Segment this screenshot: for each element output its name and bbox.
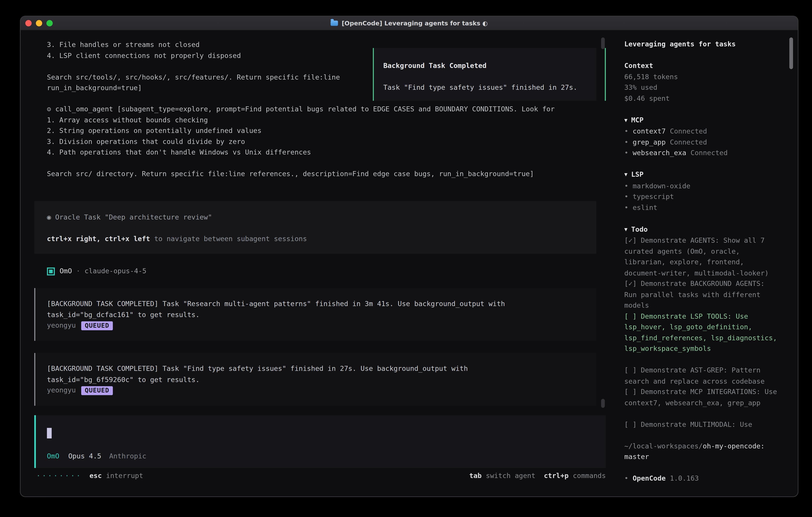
- minimize-button[interactable]: [36, 20, 42, 26]
- app-version: •OpenCode1.0.163: [625, 473, 778, 484]
- lsp-item: •markdown-oxide: [625, 181, 778, 192]
- lsp-item: •typescript: [625, 192, 778, 202]
- message-author: yeongyu: [47, 320, 76, 331]
- oracle-title-line: ◉ Oracle Task "Deep architecture review": [47, 212, 597, 223]
- oracle-hint-keys: ctrl+x right, ctrl+x left: [47, 235, 150, 243]
- message-meta: yeongyu QUEUED: [47, 320, 597, 331]
- workspace-dir: ~/local-workspaces/: [625, 442, 703, 450]
- session-title: Leveraging agents for tasks: [625, 39, 778, 50]
- bullet-icon: •: [625, 474, 629, 482]
- status-badge: QUEUED: [81, 321, 113, 330]
- todo-item: [ ] Demonstrate AST-GREP: Pattern search…: [625, 365, 778, 387]
- agent-name: OmO: [60, 266, 72, 277]
- message-meta: yeongyu QUEUED: [47, 385, 597, 396]
- prompt-input[interactable]: OmO Opus 4.5 Anthropic: [34, 415, 606, 468]
- message-block: [BACKGROUND TASK COMPLETED] Task "Resear…: [34, 288, 597, 341]
- log-line: 4. LSP client connections not properly d…: [47, 50, 384, 61]
- terminal-window: [OpenCode] Leveraging agents for tasks ◐…: [20, 16, 798, 497]
- window-title: [OpenCode] Leveraging agents for tasks ◐: [342, 17, 488, 30]
- status-left: ········ esc interrupt: [36, 471, 143, 482]
- ctrlp-key-label: commands: [573, 471, 606, 482]
- zoom-button[interactable]: [46, 20, 53, 26]
- sidebar-scrollbar-thumb[interactable]: [789, 37, 793, 69]
- window-content: 3. File handles or streams not closed 4.…: [21, 31, 798, 496]
- agent-square-icon: [47, 267, 55, 275]
- todo-item: [✓] Demonstrate BACKGROUND AGENTS: Run p…: [625, 278, 778, 311]
- sidebar: Leveraging agents for tasks Context 66,5…: [616, 31, 798, 496]
- mcp-name: websearch_exa: [633, 149, 686, 157]
- mcp-status: Connected: [691, 149, 728, 157]
- toast-body: Task "Find type safety issues" finished …: [383, 82, 597, 93]
- tool-call-item: 4. Path operations that don't handle Win…: [47, 147, 616, 158]
- mcp-heading[interactable]: ▼MCP: [625, 115, 778, 126]
- workspace-branch: master: [625, 452, 778, 462]
- bullet-icon: •: [625, 127, 629, 135]
- input-agent-name: OmO: [47, 451, 59, 462]
- toast-title: Background Task Completed: [383, 61, 597, 71]
- log-line: run_in_background=true]: [47, 83, 384, 93]
- scrollback-log: 3. File handles or streams not closed 4.…: [47, 39, 384, 93]
- context-used: 33% used: [625, 82, 778, 93]
- text-cursor: [47, 428, 52, 438]
- oracle-hint: ctrl+x right, ctrl+x left to navigate be…: [47, 234, 597, 245]
- message-author: yeongyu: [47, 385, 76, 396]
- message-line: [BACKGROUND TASK COMPLETED] Task "Find t…: [47, 363, 597, 374]
- main-scrollbar-thumb-lower[interactable]: [601, 399, 605, 408]
- lsp-heading[interactable]: ▼LSP: [625, 169, 778, 181]
- folder-icon: [331, 21, 338, 26]
- oracle-hint-rest: to navigate between subagent sessions: [150, 235, 307, 243]
- log-line: 3. File handles or streams not closed: [47, 39, 384, 50]
- log-line: Search src/tools/, src/hooks/, src/featu…: [47, 72, 384, 83]
- workspace-repo: oh-my-opencode:: [703, 442, 765, 450]
- app-name: OpenCode: [633, 474, 666, 482]
- log-line: [47, 61, 384, 72]
- mcp-status: Connected: [670, 138, 707, 146]
- chat-main: 3. File handles or streams not closed 4.…: [21, 31, 611, 496]
- bullet-icon: •: [625, 149, 629, 157]
- tool-call-item: 2. String operations on potentially unde…: [47, 126, 616, 136]
- main-scrollbar-thumb[interactable]: [601, 37, 605, 49]
- mcp-name: grep_app: [633, 138, 666, 146]
- oracle-icon: ◉: [47, 213, 51, 221]
- todo-item: [✓] Demonstrate AGENTS: Show all 7 curat…: [625, 235, 778, 278]
- gear-icon: ⚙: [47, 105, 51, 113]
- workspace-path: ~/local-workspaces/oh-my-opencode:: [625, 441, 778, 452]
- close-button[interactable]: [25, 20, 32, 26]
- todo-item: [ ] Demonstrate LSP TOOLS: Use lsp_hover…: [625, 311, 778, 354]
- esc-key-label: interrupt: [106, 471, 143, 482]
- esc-key-hint: esc: [89, 471, 102, 482]
- input-provider-name: Anthropic: [109, 451, 146, 462]
- tool-call-footer: Search src/ directory. Return specific f…: [47, 169, 616, 180]
- message-line: task_id="bg_dcfac161" to get results.: [47, 309, 597, 320]
- mcp-status: Connected: [670, 127, 707, 135]
- bullet-icon: •: [625, 193, 629, 200]
- lsp-heading-label: LSP: [631, 170, 644, 178]
- tab-key-label: switch agent: [486, 471, 535, 482]
- bullet-icon: •: [625, 138, 629, 146]
- input-meta: OmO Opus 4.5 Anthropic: [47, 451, 606, 462]
- mcp-item: •grep_appConnected: [625, 137, 778, 148]
- tool-call-block: ⚙call_omo_agent [subagent_type=explore, …: [47, 104, 616, 180]
- input-model-name: Opus 4.5: [68, 451, 101, 462]
- message-block: [BACKGROUND TASK COMPLETED] Task "Find t…: [34, 353, 597, 406]
- oracle-task-panel: ◉ Oracle Task "Deep architecture review"…: [34, 201, 597, 254]
- tool-call-item: 1. Array access without bounds checking: [47, 115, 616, 126]
- window-titlebar[interactable]: [OpenCode] Leveraging agents for tasks ◐: [21, 17, 798, 31]
- message-line: [BACKGROUND TASK COMPLETED] Task "Resear…: [47, 299, 597, 309]
- chevron-down-icon: ▼: [625, 171, 628, 177]
- mcp-item: •context7Connected: [625, 126, 778, 137]
- todo-item: [ ] Demonstrate MCP INTEGRATIONS: Use co…: [625, 387, 778, 408]
- tool-call-item: 3. Division operations that could divide…: [47, 136, 616, 147]
- tool-call-command: ⚙call_omo_agent [subagent_type=explore, …: [47, 104, 616, 115]
- message-line: task_id="bg_6f59260c" to get results.: [47, 374, 597, 385]
- context-spent: $0.46 spent: [625, 93, 778, 104]
- lsp-name: eslint: [633, 203, 657, 211]
- tool-call-command-text: call_omo_agent [subagent_type=explore, p…: [55, 105, 555, 113]
- ctrlp-key-hint: ctrl+p: [544, 471, 569, 482]
- context-tokens: 66,518 tokens: [625, 72, 778, 82]
- mcp-name: context7: [633, 127, 666, 135]
- todo-heading[interactable]: ▼Todo: [625, 224, 778, 235]
- desktop: [OpenCode] Leveraging agents for tasks ◐…: [0, 0, 812, 517]
- todo-heading-label: Todo: [631, 225, 648, 233]
- mcp-item: •websearch_exaConnected: [625, 148, 778, 159]
